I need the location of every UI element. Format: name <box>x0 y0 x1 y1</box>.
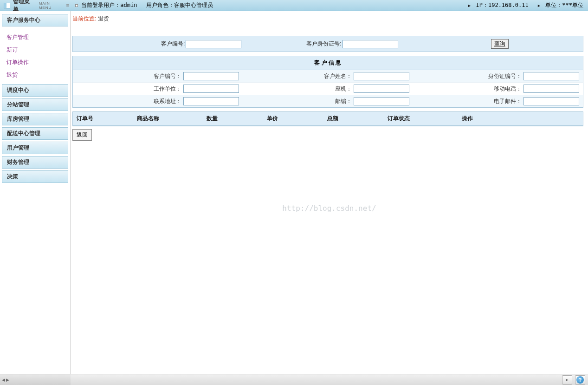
sidebar-section-title[interactable]: 用户管理 <box>2 142 68 154</box>
query-button[interactable]: 查询 <box>491 39 509 49</box>
search-bar: 客户编号: 客户身份证号: 查询 <box>72 36 583 52</box>
sidebar-item-new-order[interactable]: 新订 <box>6 44 66 56</box>
info-cell: 移动电话： <box>413 83 583 95</box>
sidebar-section-warehouse[interactable]: 库房管理 <box>2 113 68 125</box>
sidebar-section-user-mgmt[interactable]: 用户管理 <box>2 142 68 154</box>
th-unit-price: 单价 <box>263 112 323 125</box>
info-input-customer-id[interactable] <box>183 72 239 80</box>
th-order-id: 订单号 <box>73 112 133 125</box>
top-header: 管理菜单 MAIN MENU ≡ 当前登录用户：admin 用户角色：客服中心管… <box>0 0 588 11</box>
search-input-idcard[interactable] <box>342 40 398 48</box>
th-product-name: 商品名称 <box>133 112 203 125</box>
sidebar-item-return[interactable]: 退货 <box>6 69 66 81</box>
footer-left: ◀ ▶ <box>0 374 71 385</box>
info-input-idcard[interactable] <box>523 72 579 80</box>
sidebar-section-decision[interactable]: 决策 <box>2 170 68 183</box>
ip-block: ▶ IP：192.168.0.11 <box>468 1 529 9</box>
sidebar-section-title[interactable]: 决策 <box>2 171 68 183</box>
info-row: 工作单位： 座机： 移动电话： <box>73 83 583 95</box>
sidebar-section-title[interactable]: 客户服务中心 <box>2 14 68 26</box>
content-area: 当前位置: 退货 客户编号: 客户身份证号: 查询 客 户 信 息 <box>71 11 588 374</box>
footer-right: ▸ ? <box>71 374 588 385</box>
info-label-zipcode: 邮编： <box>335 98 352 105</box>
unit-label: 单位： <box>545 2 562 8</box>
info-cell: 座机： <box>243 83 413 95</box>
search-label-customer-id: 客户编号: <box>161 40 185 48</box>
unit-value: ***单位 <box>562 2 583 8</box>
info-input-address[interactable] <box>183 97 239 105</box>
current-user-label: 当前登录用户： <box>81 2 120 8</box>
current-user-value: admin <box>120 2 137 8</box>
info-label-mobile: 移动电话： <box>494 85 522 93</box>
sidebar-section-customer-service[interactable]: 客户服务中心 <box>2 14 68 26</box>
search-group-idcard: 客户身份证号: <box>306 40 398 48</box>
info-panel-title: 客 户 信 息 <box>73 56 583 70</box>
help-icon: ? <box>576 376 584 384</box>
ip-label: IP： <box>476 2 488 8</box>
info-input-email[interactable] <box>523 97 579 105</box>
panel-icon <box>4 3 10 8</box>
ip-value: 192.168.0.11 <box>488 2 529 8</box>
watermark: http://blog.csdn.net/ <box>282 204 376 213</box>
search-input-customer-id[interactable] <box>186 40 241 48</box>
sidebar-section-title[interactable]: 配送中心管理 <box>2 128 68 139</box>
sidebar-section-finance[interactable]: 财务管理 <box>2 156 68 169</box>
info-label-workplace: 工作单位： <box>154 85 181 93</box>
info-input-mobile[interactable] <box>523 85 579 93</box>
info-cell: 电子邮件： <box>413 95 583 107</box>
info-input-workplace[interactable] <box>183 85 239 93</box>
info-cell: 工作单位： <box>73 83 243 95</box>
info-input-zipcode[interactable] <box>354 97 409 105</box>
scroll-right-icon[interactable]: ▶ <box>6 378 9 382</box>
role-value: 客服中心管理员 <box>174 2 213 8</box>
customer-info-panel: 客 户 信 息 客户编号： 客户姓名： 身份证编号： <box>72 56 583 108</box>
back-button[interactable]: 返回 <box>72 129 92 141</box>
menu-subtitle: MAIN MENU <box>39 1 64 10</box>
th-action: 操作 <box>458 112 583 125</box>
search-label-idcard: 客户身份证号: <box>306 40 341 48</box>
sidebar-section-title[interactable]: 库房管理 <box>2 113 68 125</box>
info-row: 联系地址： 邮编： 电子邮件： <box>73 95 583 107</box>
user-info: 当前登录用户：admin 用户角色：客服中心管理员 <box>75 1 213 9</box>
th-status: 订单状态 <box>384 112 458 125</box>
sidebar-section-dispatch[interactable]: 调度中心 <box>2 84 68 97</box>
help-button[interactable]: ? <box>575 375 585 385</box>
info-input-customer-name[interactable] <box>354 72 409 80</box>
triangle-icon: ▶ <box>468 3 471 8</box>
scroll-left-icon[interactable]: ◀ <box>2 378 5 382</box>
footer: ◀ ▶ ▸ ? <box>0 374 588 385</box>
info-label-landline: 座机： <box>335 85 352 93</box>
breadcrumb-value: 退货 <box>98 15 109 22</box>
breadcrumb-label: 当前位置: <box>72 15 98 22</box>
breadcrumb: 当前位置: 退货 <box>72 15 583 23</box>
info-label-email: 电子邮件： <box>494 98 522 105</box>
collapse-icon[interactable]: ≡ <box>66 2 70 9</box>
sidebar-item-customer-mgmt[interactable]: 客户管理 <box>6 31 66 44</box>
info-cell: 客户编号： <box>73 70 243 82</box>
order-table: 订单号 商品名称 数量 单价 总额 订单状态 操作 <box>72 111 583 126</box>
role-block: 用户角色：客服中心管理员 <box>146 1 213 9</box>
sidebar-section-substation[interactable]: 分站管理 <box>2 98 68 111</box>
arrow-right-icon: ▸ <box>566 377 569 383</box>
info-label-customer-name: 客户姓名： <box>324 72 352 80</box>
footer-forward-button[interactable]: ▸ <box>562 375 572 385</box>
sidebar: 客户服务中心 客户管理 新订 订单操作 退货 调度中心 分站管理 库房管理 配送… <box>0 11 71 374</box>
info-row: 客户编号： 客户姓名： 身份证编号： <box>73 70 583 83</box>
bullet-icon <box>75 4 78 7</box>
sidebar-item-order-ops[interactable]: 订单操作 <box>6 56 66 69</box>
sidebar-section-title[interactable]: 财务管理 <box>2 157 68 168</box>
unit-block: ▶ 单位：***单位 <box>538 1 583 9</box>
role-label: 用户角色： <box>146 2 174 8</box>
sidebar-section-title[interactable]: 调度中心 <box>2 85 68 96</box>
info-label-idcard: 身份证编号： <box>488 72 522 80</box>
sidebar-submenu: 客户管理 新订 订单操作 退货 <box>2 28 68 84</box>
sidebar-section-title[interactable]: 分站管理 <box>2 99 68 111</box>
sidebar-section-delivery[interactable]: 配送中心管理 <box>2 127 68 140</box>
info-input-landline[interactable] <box>354 85 409 93</box>
info-cell: 邮编： <box>243 95 413 107</box>
current-user-block: 当前登录用户：admin <box>75 1 137 9</box>
search-group-customer-id: 客户编号: <box>161 40 241 48</box>
table-head: 订单号 商品名称 数量 单价 总额 订单状态 操作 <box>73 112 583 126</box>
th-qty: 数量 <box>203 112 263 125</box>
th-total: 总额 <box>323 112 384 125</box>
